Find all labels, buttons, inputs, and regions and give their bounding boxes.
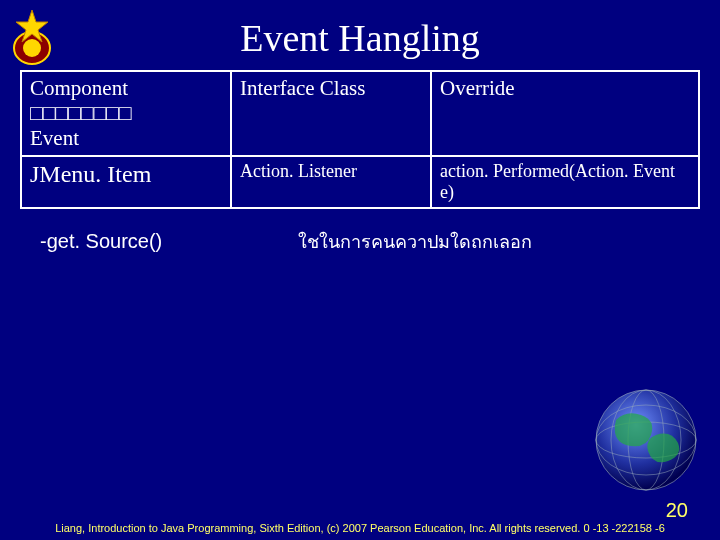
note-row: -get. Source() ใชในการคนควาปมใดถกเลอก (40, 227, 720, 256)
cell-interface: Action. Listener (231, 156, 431, 208)
svg-point-1 (23, 39, 41, 57)
page-number: 20 (666, 499, 688, 522)
note-method: -get. Source() (40, 230, 162, 252)
slide-logo (8, 8, 56, 72)
table-header-override: Override (431, 71, 699, 156)
note-description: ใชในการคนควาปมใดถกเลอก (298, 232, 532, 252)
slide-title: Event Hangling (0, 16, 720, 60)
footer-citation: Liang, Introduction to Java Programming,… (0, 522, 720, 534)
table-header-component: Component □□□□□□□□ Event (21, 71, 231, 156)
cell-override: action. Performed(Action. Event e) (431, 156, 699, 208)
event-table: Component □□□□□□□□ Event Interface Class… (20, 70, 700, 209)
globe-graphic (586, 380, 706, 504)
table-row: JMenu. Item Action. Listener action. Per… (21, 156, 699, 208)
cell-component: JMenu. Item (21, 156, 231, 208)
table-header-interface: Interface Class (231, 71, 431, 156)
